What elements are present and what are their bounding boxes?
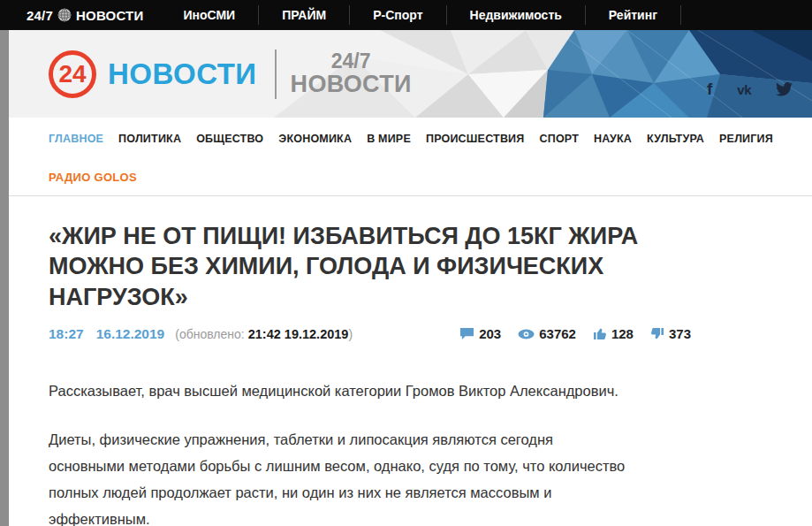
dislikes-button[interactable]: 373 [650, 326, 691, 341]
nav-item-sport[interactable]: СПОРТ [540, 133, 580, 145]
updated-label: (обновлено: [175, 327, 244, 341]
topbar-item-reyting[interactable]: Рейтинг [586, 0, 680, 30]
dislikes-value: 373 [669, 326, 691, 341]
paragraph: Диеты, физические упражнения, таблетки и… [49, 426, 738, 526]
nav-item-v-mire[interactable]: В МИРЕ [367, 133, 411, 145]
tagline-bottom: НОВОСТИ [291, 72, 412, 97]
article-title: «ЖИР НЕ ОТ ПИЩИ! ИЗБАВИТЬСЯ ДО 15КГ ЖИРА… [49, 221, 720, 312]
comments-value: 203 [479, 326, 501, 341]
article: «ЖИР НЕ ОТ ПИЩИ! ИЗБАВИТЬСЯ ДО 15КГ ЖИРА… [9, 196, 812, 526]
brand-title[interactable]: НОВОСТИ [108, 57, 257, 91]
updated-close-paren: ) [348, 327, 353, 341]
likes-value: 128 [611, 326, 634, 341]
vk-icon[interactable]: vk [737, 82, 751, 97]
comments-count[interactable]: 203 [459, 326, 501, 341]
main-nav: ГЛАВНОЕ ПОЛИТИКА ОБЩЕСТВО ЭКОНОМИКА В МИ… [9, 118, 812, 159]
nav-item-radio-golos[interactable]: РАДИО GOLOS [49, 171, 137, 184]
header-brand-block: 24 НОВОСТИ 24/7 НОВОСТИ [9, 30, 812, 118]
topbar-menu: ИноСМИ ПРАЙМ Р-Спорт Недвижимость Рейтин… [160, 0, 681, 30]
nav-item-religiya[interactable]: РЕЛИГИЯ [719, 133, 773, 145]
views-value: 63762 [539, 326, 576, 341]
nav-item-proisshestviya[interactable]: ПРОИСШЕСТВИЯ [426, 133, 525, 145]
site-logo-small[interactable]: 24/7 НОВОСТИ [27, 8, 143, 23]
nav-item-glavnoe[interactable]: ГЛАВНОЕ [49, 133, 103, 145]
views-count: 63762 [518, 326, 576, 341]
logo-24-badge[interactable]: 24 [49, 50, 96, 98]
secondary-nav: РАДИО GOLOS [9, 159, 812, 196]
globe-icon [57, 8, 72, 22]
facebook-icon[interactable]: f [707, 80, 712, 99]
article-body: Рассказывает, врач высшей медицинской ка… [49, 377, 812, 526]
topbar-divider [680, 5, 681, 25]
publish-time: 18:27 [49, 326, 84, 342]
logo-novosti-text: НОВОСТИ [76, 8, 143, 23]
updated-datetime: 21:42 19.12.2019 [248, 327, 349, 341]
brand-divider [275, 50, 277, 99]
likes-button[interactable]: 128 [593, 326, 634, 341]
tagline-top: 24/7 [291, 50, 412, 72]
publish-date: 16.12.2019 [96, 326, 165, 342]
paragraph: Рассказывает, врач высшей медицинской ка… [49, 377, 738, 404]
views-icon [518, 329, 535, 339]
twitter-icon[interactable] [776, 82, 793, 96]
topbar-item-inosmi[interactable]: ИноСМИ [160, 0, 258, 30]
logo-247-text: 24/7 [27, 8, 53, 23]
thumb-up-icon [593, 327, 607, 340]
comments-icon [459, 327, 474, 340]
brand-tagline: 24/7 НОВОСТИ [291, 50, 412, 98]
updated-info: (обновлено:21:42 19.12.2019) [175, 327, 353, 341]
article-stats: 203 63762 128 373 [459, 326, 691, 341]
badge-number: 24 [58, 60, 86, 88]
nav-item-obschestvo[interactable]: ОБЩЕСТВО [196, 133, 263, 145]
article-meta: 18:27 16.12.2019 (обновлено:21:42 19.12.… [49, 326, 691, 342]
nav-item-kultura[interactable]: КУЛЬТУРА [647, 133, 704, 145]
social-links: f vk [707, 80, 793, 99]
nav-item-politika[interactable]: ПОЛИТИКА [118, 133, 181, 145]
topbar: 24/7 НОВОСТИ ИноСМИ ПРАЙМ Р-Спорт Недвиж… [0, 0, 812, 30]
nav-item-ekonomika[interactable]: ЭКОНОМИКА [278, 133, 352, 145]
nav-item-nauka[interactable]: НАУКА [594, 133, 632, 145]
topbar-item-nedvizhimost[interactable]: Недвижимость [447, 0, 585, 30]
site-header: 24 НОВОСТИ 24/7 НОВОСТИ f vk [9, 30, 812, 118]
thumb-down-icon [650, 327, 664, 340]
topbar-item-rsport[interactable]: Р-Спорт [350, 0, 445, 30]
topbar-item-prime[interactable]: ПРАЙМ [259, 0, 349, 30]
